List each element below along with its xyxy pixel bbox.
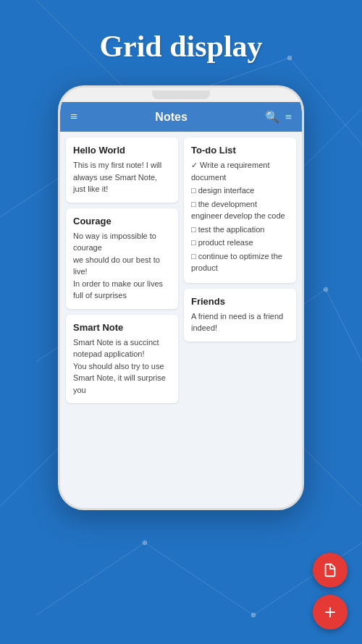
note-body-hello-world: This is my first note! I will always use… [73,159,171,195]
todo-item-1: □ design interface [191,185,289,197]
svg-point-28 [143,541,147,545]
note-body-todo: ✓ Write a requirement document □ design … [191,159,289,274]
note-title-hello-world: Hello World [73,145,171,156]
note-title-friends: Friends [191,296,289,307]
note-title-courage: Courage [73,216,171,226]
new-note-fab[interactable] [313,553,348,588]
page-title: Grid display [0,0,362,78]
todo-item-2: □ the development engineer develop the c… [191,198,289,222]
menu-icon[interactable]: ≡ [70,109,77,124]
phone-notch [152,90,210,99]
add-fab[interactable]: + [313,595,348,630]
app-bar-title: Notes [77,111,265,124]
note-title-todo: To-do List [191,145,289,156]
note-card-courage[interactable]: Courage No way is impossible to couragew… [66,208,178,309]
phone-container: ≡ Notes 🔍 ≡ Hello World This is my first… [0,78,362,510]
todo-item-5: □ continue to optimize the product [191,250,289,274]
svg-line-15 [36,543,145,615]
todo-item-4: □ product release [191,237,289,249]
svg-line-16 [145,543,253,615]
svg-point-29 [251,613,256,617]
note-body-smart-note: Smart Note is a succinct notepad applica… [73,336,171,397]
note-body-friends: A friend in need is a friend indeed! [191,310,289,334]
phone-inner: ≡ Notes 🔍 ≡ Hello World This is my first… [60,88,302,508]
search-icon[interactable]: 🔍 [265,110,279,124]
filter-icon[interactable]: ≡ [285,111,292,124]
note-card-smart-note[interactable]: Smart Note Smart Note is a succinct note… [66,315,178,404]
fab-area: + [313,553,348,630]
phone-notch-area [60,88,302,102]
note-title-smart-note: Smart Note [73,322,171,333]
todo-item-3: □ test the application [191,224,289,236]
notes-grid: Hello World This is my first note! I wil… [60,132,302,508]
note-body-courage: No way is impossible to couragewe should… [73,230,171,302]
app-header: ≡ Notes 🔍 ≡ [60,102,302,132]
add-icon: + [324,601,336,624]
note-card-hello-world[interactable]: Hello World This is my first note! I wil… [66,137,178,203]
document-icon [322,562,338,578]
note-card-friends[interactable]: Friends A friend in need is a friend ind… [184,289,296,342]
phone-frame: ≡ Notes 🔍 ≡ Hello World This is my first… [58,85,304,510]
todo-item-0: ✓ Write a requirement document [191,159,289,183]
note-card-todo[interactable]: To-do List ✓ Write a requirement documen… [184,137,296,283]
